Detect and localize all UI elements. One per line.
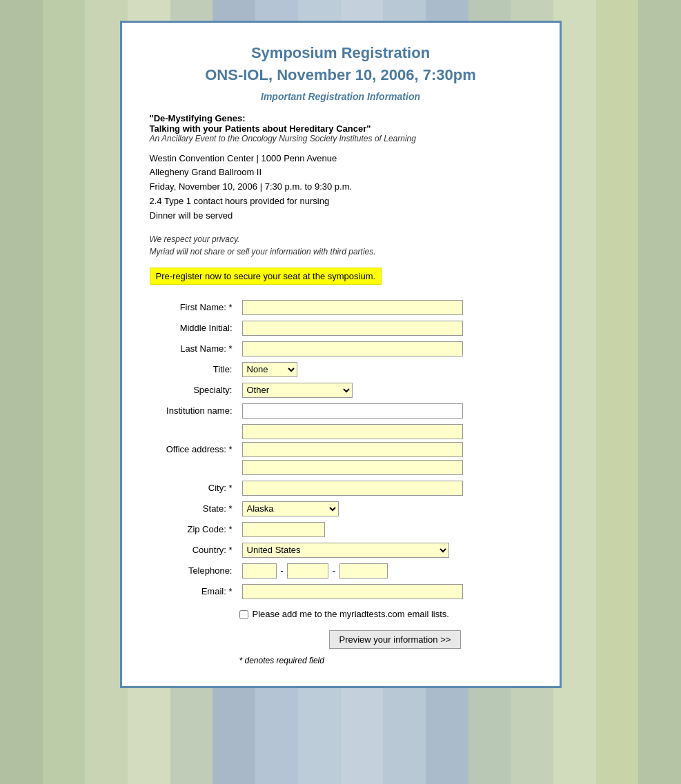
event-subtitle: An Ancillary Event to the Oncology Nursi…	[150, 134, 532, 143]
page-title-line1: Symposium Registration	[150, 43, 532, 63]
first-name-label: First Name: *	[150, 297, 239, 318]
middle-initial-input[interactable]	[242, 321, 463, 336]
email-row: Email: *	[150, 581, 532, 602]
last-name-label: Last Name: *	[150, 339, 239, 359]
email-input[interactable]	[242, 584, 463, 599]
office-address-input-1[interactable]	[242, 424, 463, 439]
tel-sep-1: -	[280, 565, 283, 576]
state-label: State: *	[150, 499, 239, 519]
city-row: City: *	[150, 478, 532, 499]
form-card: Symposium Registration ONS-IOL, November…	[120, 21, 562, 688]
event-title-2: Talking with your Patients about Heredit…	[150, 123, 532, 134]
tel-sep-2: -	[333, 565, 335, 576]
office-address-input-2[interactable]	[242, 442, 463, 457]
middle-initial-label: Middle Initial:	[150, 318, 239, 339]
event-details: Westin Convention Center | 1000 Penn Ave…	[150, 152, 532, 223]
specialty-label: Specialty:	[150, 380, 239, 401]
first-name-row: First Name: *	[150, 297, 532, 318]
email-label: Email: *	[150, 581, 239, 602]
preview-button[interactable]: Preview your information >>	[329, 630, 462, 649]
address-inputs	[242, 424, 529, 475]
last-name-input[interactable]	[242, 341, 463, 356]
page-wrapper: Symposium Registration ONS-IOL, November…	[0, 0, 681, 709]
email-list-checkbox[interactable]	[239, 610, 248, 619]
tel-area-input[interactable]	[242, 563, 277, 579]
zip-row: Zip Code: *	[150, 519, 532, 540]
institution-input[interactable]	[242, 403, 463, 419]
city-label: City: *	[150, 478, 239, 499]
important-info-label: Important Registration Information	[150, 91, 532, 102]
telephone-label: Telephone:	[150, 561, 239, 581]
title-select[interactable]: None Dr. Mr. Mrs. Ms.	[242, 362, 297, 377]
last-name-row: Last Name: *	[150, 339, 532, 359]
title-label: Title:	[150, 359, 239, 380]
country-label: Country: *	[150, 540, 239, 561]
pre-register-banner: Pre-register now to secure your seat at …	[150, 268, 382, 285]
institution-label: Institution name:	[150, 401, 239, 421]
event-detail-venue: Westin Convention Center | 1000 Penn Ave…	[150, 152, 532, 166]
country-select[interactable]: United States Canada United Kingdom Aust…	[242, 543, 449, 558]
title-row: Title: None Dr. Mr. Mrs. Ms.	[150, 359, 532, 380]
required-note: * denotes required field	[239, 656, 532, 665]
event-detail-dinner: Dinner will be served	[150, 209, 532, 223]
office-address-label: Office address: *	[150, 421, 239, 478]
zip-label: Zip Code: *	[150, 519, 239, 540]
specialty-select[interactable]: Other Oncology Nursing General Practice	[242, 383, 353, 398]
event-detail-date: Friday, November 10, 2006 | 7:30 p.m. to…	[150, 180, 532, 194]
zip-input[interactable]	[242, 522, 325, 537]
institution-row: Institution name:	[150, 401, 532, 421]
office-address-row: Office address: *	[150, 421, 532, 478]
state-select[interactable]: Alaska Alabama Arizona Arkansas Californ…	[242, 501, 339, 516]
privacy-line1: We respect your privacy.	[150, 233, 532, 245]
tel-mid-input[interactable]	[287, 563, 328, 579]
state-row: State: * Alaska Alabama Arizona Arkansas…	[150, 499, 532, 519]
specialty-row: Specialty: Other Oncology Nursing Genera…	[150, 380, 532, 401]
office-address-input-3[interactable]	[242, 460, 463, 475]
email-list-checkbox-row: Please add me to the myriadtests.com ema…	[239, 609, 532, 619]
tel-end-input[interactable]	[339, 563, 388, 579]
event-detail-ballroom: Allegheny Grand Ballroom II	[150, 165, 532, 180]
privacy-line2: Myriad will not share or sell your infor…	[150, 245, 532, 258]
event-detail-hours: 2.4 Type 1 contact hours provided for nu…	[150, 194, 532, 209]
preview-button-container: Preview your information >>	[239, 630, 532, 649]
first-name-input[interactable]	[242, 300, 463, 315]
email-list-label: Please add me to the myriadtests.com ema…	[253, 609, 449, 619]
city-input[interactable]	[242, 481, 463, 496]
registration-form: First Name: * Middle Initial: Last Name:…	[150, 297, 532, 602]
middle-initial-row: Middle Initial:	[150, 318, 532, 339]
privacy-note: We respect your privacy. Myriad will not…	[150, 233, 532, 258]
telephone-row: Telephone: - -	[150, 561, 532, 581]
country-row: Country: * United States Canada United K…	[150, 540, 532, 561]
page-title-line2: ONS-IOL, November 10, 2006, 7:30pm	[150, 66, 532, 84]
event-title-1: "De-Mystifying Genes:	[150, 113, 532, 123]
